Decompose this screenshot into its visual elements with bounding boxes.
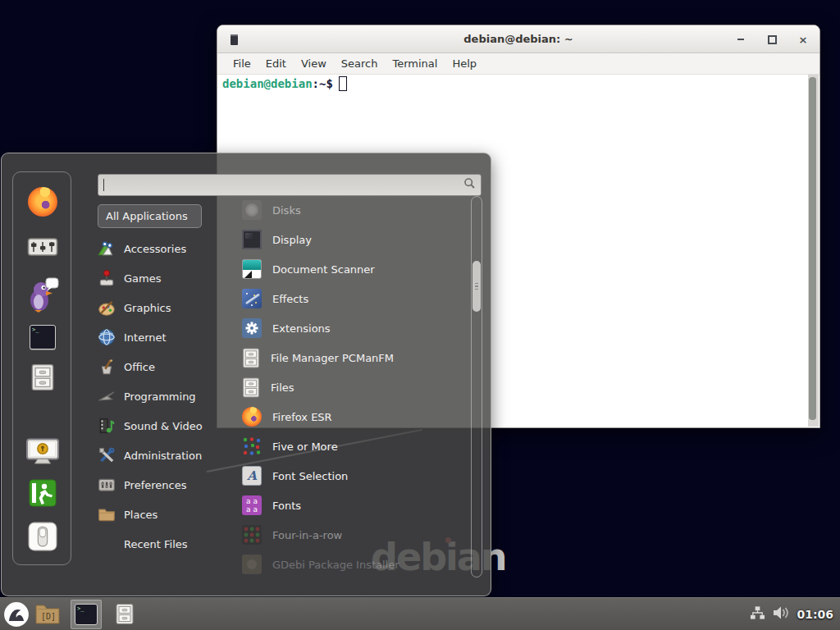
category-label: Administration [124, 450, 202, 462]
maximize-icon[interactable] [765, 33, 778, 46]
magnifier-icon [463, 177, 476, 193]
effects-icon [242, 289, 262, 308]
category-label: Office [124, 361, 155, 373]
file-cabinet-icon [242, 377, 260, 398]
category-accessories[interactable]: Accessories [98, 234, 221, 263]
office-icon [98, 358, 116, 376]
programming-icon [98, 387, 116, 405]
terminal-task-button[interactable] [71, 600, 102, 629]
app-four-in-a-row[interactable]: Four-in-a-row [236, 520, 468, 550]
category-label: Graphics [124, 302, 171, 314]
desktop-folder-button[interactable]: [D] [33, 600, 62, 629]
svg-text:[D]: [D] [41, 612, 56, 621]
app-label: Font Selection [272, 470, 348, 482]
preferences-icon [98, 476, 116, 494]
category-administration[interactable]: Administration [98, 441, 221, 470]
category-label: Programming [124, 390, 196, 403]
menu-file[interactable]: File [226, 57, 258, 70]
terminal-titlebar[interactable]: debian@debian: ~ × [217, 25, 819, 53]
minimize-icon[interactable] [734, 33, 747, 46]
category-spacer [98, 535, 116, 553]
category-places[interactable]: Places [98, 500, 221, 529]
app-extensions[interactable]: Extensions [236, 313, 468, 343]
menu-scrollbar-thumb[interactable] [472, 261, 481, 312]
categories-list: All Applications Accessories Games Graph… [98, 204, 221, 559]
app-label: Four-in-a-row [272, 529, 342, 541]
terminal-scrollbar-thumb[interactable] [809, 77, 816, 420]
menu-edit[interactable]: Edit [258, 57, 294, 70]
favorite-log-out[interactable] [13, 479, 72, 507]
applications-list: Disks Display Document Scanner Effects E… [236, 195, 468, 578]
favorite-file-manager[interactable] [13, 363, 72, 392]
app-label: Files [271, 381, 294, 394]
desktop: debian debian@debian: ~ × File Edit View… [0, 0, 840, 630]
app-firefox-esr[interactable]: Firefox ESR [236, 402, 468, 431]
app-gdebi[interactable]: GDebi Package Installer [236, 550, 468, 578]
favorite-shut-down[interactable] [13, 522, 72, 551]
taskbar: [D] 01:06 [0, 597, 840, 630]
menu-help[interactable]: Help [445, 57, 484, 70]
text-caret [103, 179, 104, 191]
games-icon [98, 269, 116, 287]
category-recent-files[interactable]: Recent Files [98, 529, 221, 559]
firefox-icon [242, 407, 262, 427]
graphics-icon [98, 299, 116, 317]
five-or-more-icon [242, 436, 262, 456]
menu-view[interactable]: View [294, 57, 334, 70]
category-preferences[interactable]: Preferences [98, 470, 221, 500]
category-all-applications[interactable]: All Applications [98, 204, 202, 228]
close-icon[interactable]: × [797, 33, 810, 46]
app-label: Disks [272, 204, 301, 217]
favorite-firefox[interactable] [13, 187, 72, 217]
app-effects[interactable]: Effects [236, 284, 468, 313]
category-sound-video[interactable]: Sound & Video [98, 411, 221, 441]
terminal-icon [75, 604, 98, 625]
app-files[interactable]: Files [236, 372, 468, 402]
applications-menu-popup: All Applications Accessories Games Graph… [1, 153, 491, 596]
network-icon[interactable] [750, 605, 765, 623]
menu-terminal[interactable]: Terminal [385, 57, 445, 70]
favorite-pidgin[interactable] [13, 277, 72, 313]
shutdown-icon [28, 522, 57, 551]
disks-icon [242, 200, 262, 220]
terminal-menubar: File Edit View Search Terminal Help [217, 53, 819, 75]
category-label: Preferences [124, 479, 186, 491]
menu-swirl-icon [3, 601, 30, 628]
app-label: File Manager PCManFM [271, 352, 394, 364]
pidgin-icon [26, 277, 59, 313]
app-fonts[interactable]: a aa a Fonts [236, 491, 468, 520]
category-games[interactable]: Games [98, 263, 221, 293]
favorite-lock-screen[interactable] [13, 438, 72, 466]
app-label: Firefox ESR [272, 411, 332, 423]
terminal-scrollbar-track[interactable] [808, 75, 819, 427]
app-file-manager-pcmanfm[interactable]: File Manager PCManFM [236, 343, 468, 372]
file-manager-task-button[interactable] [110, 600, 139, 629]
firefox-icon [28, 187, 57, 217]
app-label: Display [272, 234, 312, 246]
fonts-icon: a aa a [242, 495, 262, 515]
favorite-terminal[interactable] [13, 325, 72, 349]
category-label: Places [124, 509, 158, 521]
app-document-scanner[interactable]: Document Scanner [236, 254, 468, 284]
menu-scrollbar-track[interactable] [471, 196, 482, 578]
file-cabinet-icon [31, 363, 54, 392]
favorites-panel [12, 171, 71, 565]
search-input[interactable] [98, 174, 482, 196]
category-programming[interactable]: Programming [98, 381, 221, 411]
gdebi-icon [242, 555, 262, 574]
menu-search[interactable]: Search [334, 57, 386, 70]
app-display[interactable]: Display [236, 225, 468, 254]
volume-icon[interactable] [772, 605, 790, 623]
app-font-selection[interactable]: A Font Selection [236, 461, 468, 491]
app-five-or-more[interactable]: Five or More [236, 431, 468, 461]
mixer-icon [27, 235, 58, 259]
category-graphics[interactable]: Graphics [98, 293, 221, 322]
app-disks[interactable]: Disks [236, 195, 468, 225]
accessories-icon [98, 240, 116, 258]
app-label: Extensions [272, 322, 331, 335]
favorite-mixer[interactable] [13, 235, 72, 259]
applications-menu-button[interactable] [0, 600, 33, 629]
category-office[interactable]: Office [98, 352, 221, 381]
file-cabinet-icon [242, 348, 260, 368]
category-internet[interactable]: Internet [98, 322, 221, 352]
